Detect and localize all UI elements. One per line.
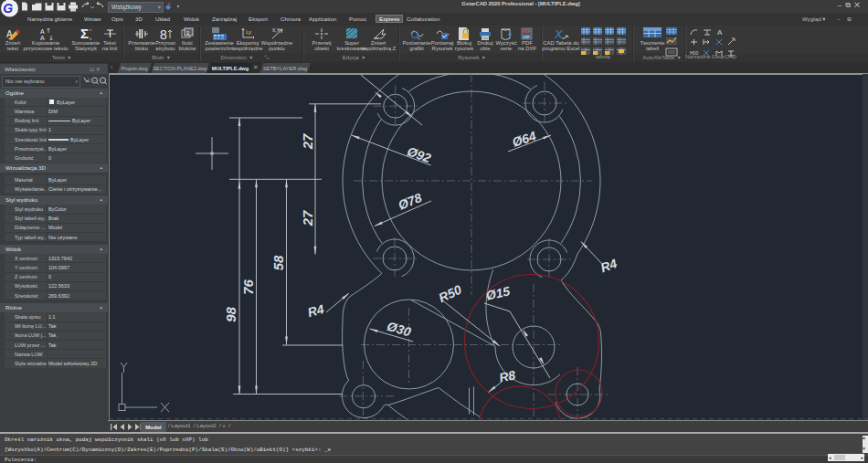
svg-text:Ly: Ly <box>246 29 251 35</box>
svg-text:98: 98 <box>223 307 238 322</box>
svg-text:-: - <box>101 78 103 83</box>
svg-text:DXF: DXF <box>524 36 530 39</box>
svg-text:R4: R4 <box>306 301 326 320</box>
svg-text:+: + <box>93 78 96 83</box>
svg-text:A: A <box>40 28 45 35</box>
svg-text:27: 27 <box>300 210 315 226</box>
svg-text:27: 27 <box>300 133 315 150</box>
svg-text:58: 58 <box>270 255 286 270</box>
svg-text:+: + <box>88 76 90 81</box>
svg-text:Σ: Σ <box>80 26 89 41</box>
svg-text:76: 76 <box>240 279 256 295</box>
svg-text:X: X <box>554 27 564 41</box>
svg-text:PDF: PDF <box>523 29 531 34</box>
svg-text:8: 8 <box>160 27 167 41</box>
svg-text:R4: R4 <box>598 256 619 275</box>
svg-text:n: n <box>90 27 91 32</box>
svg-text:Ø30: Ø30 <box>386 319 413 340</box>
svg-text:A: A <box>717 28 723 37</box>
svg-text:X,Y: X,Y <box>272 27 281 33</box>
svg-text:G: G <box>3 1 13 16</box>
svg-text:R50: R50 <box>437 282 464 305</box>
svg-text:R8: R8 <box>498 367 517 384</box>
svg-text:Ø92: Ø92 <box>406 143 434 165</box>
svg-text:Ø78: Ø78 <box>396 190 424 213</box>
svg-text:Ø64: Ø64 <box>510 128 537 149</box>
